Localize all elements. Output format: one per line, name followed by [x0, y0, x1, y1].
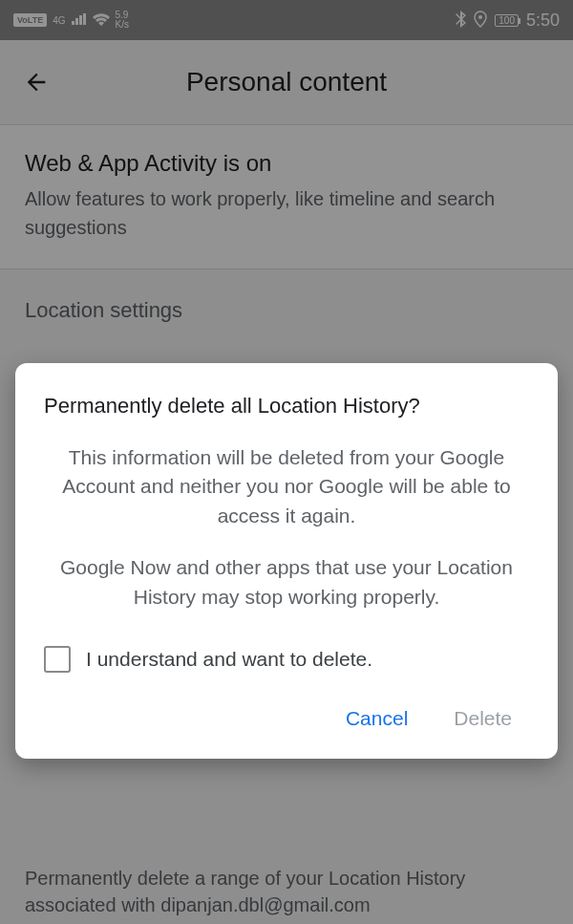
checkbox-label: I understand and want to delete.	[86, 648, 372, 671]
dialog-paragraph-1: This information will be deleted from yo…	[44, 443, 529, 530]
dialog-title: Permanently delete all Location History?	[44, 394, 529, 419]
dialog-paragraph-2: Google Now and other apps that use your …	[44, 553, 529, 612]
dialog-actions: Cancel Delete	[44, 699, 529, 738]
checkbox-icon[interactable]	[44, 646, 71, 673]
delete-button[interactable]: Delete	[450, 699, 516, 738]
cancel-button[interactable]: Cancel	[342, 699, 412, 738]
delete-location-history-dialog: Permanently delete all Location History?…	[15, 363, 558, 759]
confirm-checkbox-row[interactable]: I understand and want to delete.	[44, 646, 529, 673]
